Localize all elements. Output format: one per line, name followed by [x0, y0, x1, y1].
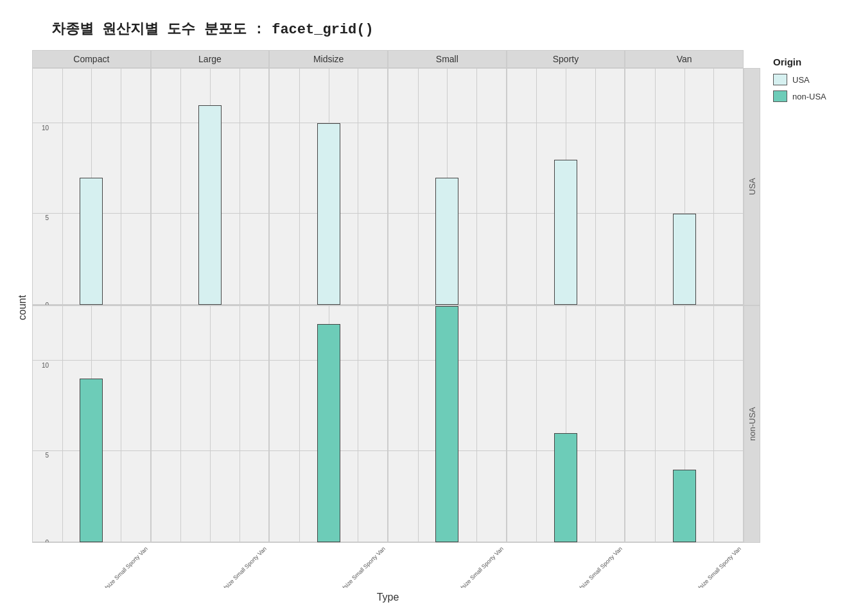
- cell-nonusa-large: [151, 305, 270, 543]
- x-tick-midsize: Compact Large Midsize Small Sporty Van: [269, 543, 388, 588]
- x-tick-large: Compact Large Midsize Small Sporty Van: [151, 543, 270, 588]
- cell-nonusa-midsize: [269, 305, 388, 543]
- legend-label-usa: USA: [792, 75, 810, 85]
- x-tick-van: Compact Large Midsize Small Sporty Van: [625, 543, 744, 588]
- cell-nonusa-compact: 10 5 0: [32, 305, 151, 543]
- cell-usa-van: [625, 68, 744, 305]
- headers-row: Compact Large Midsize Small Sporty Van: [32, 50, 760, 68]
- cell-nonusa-sporty: [507, 305, 625, 543]
- legend-item-nonusa: non-USA: [773, 90, 850, 102]
- header-empty: [744, 50, 760, 68]
- col-header-4: Sporty: [507, 50, 625, 68]
- cell-nonusa-small: [388, 305, 507, 543]
- y-axis-label: count: [13, 50, 32, 565]
- col-header-3: Small: [388, 50, 507, 68]
- cell-usa-small: [388, 68, 507, 305]
- col-header-0: Compact: [32, 50, 151, 68]
- x-tick-compact: Compact Large Midsize Small Sporty Van: [32, 543, 151, 588]
- x-axis-label: Type: [32, 592, 744, 603]
- chart-body: count Compact Large Midsize Small Sporty…: [13, 50, 850, 603]
- legend-title: Origin: [773, 56, 850, 67]
- x-axis-area: Compact Large Midsize Small Sporty Van C…: [32, 543, 760, 588]
- row-usa: 10 5 0: [32, 68, 760, 305]
- x-tick-small: Compact Large Midsize Small Sporty Van: [388, 543, 507, 588]
- chart-title: 차종별 원산지별 도수 분포도 : facet_grid(): [51, 19, 850, 38]
- legend-item-usa: USA: [773, 74, 850, 85]
- x-tick-sporty: Compact Large Midsize Small Sporty Van: [507, 543, 625, 588]
- col-header-5: Van: [625, 50, 744, 68]
- cell-usa-large: [151, 68, 270, 305]
- cell-usa-sporty: [507, 68, 625, 305]
- title-main: 차종별 원산지별 도수 분포도 :: [51, 22, 272, 38]
- col-header-2: Midsize: [269, 50, 388, 68]
- cell-nonusa-van: [625, 305, 744, 543]
- chart-container: 차종별 원산지별 도수 분포도 : facet_grid() count Com…: [0, 0, 863, 616]
- title-code: facet_grid(): [272, 22, 373, 38]
- chart-main: Compact Large Midsize Small Sporty Van: [32, 50, 760, 603]
- row-label-usa: USA: [744, 68, 760, 305]
- legend-color-usa: [773, 74, 787, 85]
- legend-label-nonusa: non-USA: [792, 92, 826, 101]
- row-label-nonusa: non-USA: [744, 305, 760, 543]
- legend-panel: Origin USA non-USA: [760, 50, 850, 603]
- legend-color-nonusa: [773, 90, 787, 102]
- row-nonusa: 10 5 0: [32, 305, 760, 543]
- cell-usa-compact: 10 5 0: [32, 68, 151, 305]
- col-header-1: Large: [151, 50, 270, 68]
- cell-usa-midsize: [269, 68, 388, 305]
